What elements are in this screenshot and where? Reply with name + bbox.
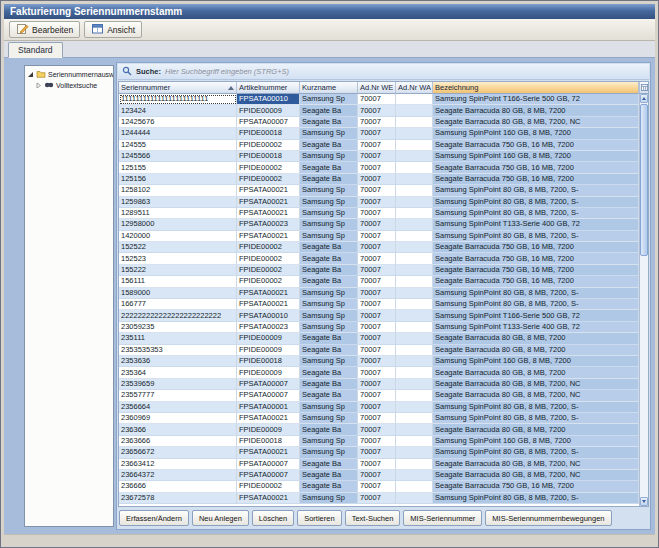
cell-artikelnummer[interactable]: FPIDE00009 (237, 105, 300, 116)
column-header-ad-nr-wa[interactable]: Ad.Nr WA (396, 82, 433, 94)
cell-adnr-we[interactable]: 70007 (358, 151, 396, 162)
cell-artikelnummer[interactable]: FPIDE00009 (237, 424, 300, 435)
cell-adnr-we[interactable]: 70007 (358, 128, 396, 139)
cell-adnr-wa[interactable] (396, 174, 433, 185)
cell-seriennummer[interactable]: 236666 (119, 481, 237, 492)
cell-adnr-wa[interactable] (396, 94, 433, 105)
cell-kurzname[interactable]: Seagate Ba (300, 345, 358, 356)
cell-artikelnummer[interactable]: FPSATA00001 (237, 402, 300, 413)
cell-bezeichnung[interactable]: Samsung SpinPoint 160 GB, 8 MB, 7200 (433, 128, 639, 139)
cell-adnr-wa[interactable] (396, 288, 433, 299)
cell-seriennummer[interactable]: 12425676 (119, 117, 237, 128)
cell-adnr-wa[interactable] (396, 151, 433, 162)
cell-seriennummer[interactable]: 23672578 (119, 493, 237, 504)
cell-kurzname[interactable]: Samsung Sp (300, 128, 358, 139)
cell-kurzname[interactable]: Samsung Sp (300, 288, 358, 299)
table-row[interactable]: 235111FPIDE00009Seagate Ba70007Seagate B… (119, 333, 639, 344)
column-header-artikelnummer[interactable]: Artikelnummer (237, 82, 300, 94)
cell-kurzname[interactable]: Seagate Ba (300, 265, 358, 276)
cell-kurzname[interactable]: Samsung Sp (300, 356, 358, 367)
table-row[interactable]: 23557777FPSATA00007Seagate Ba70007Seagat… (119, 390, 639, 401)
cell-adnr-wa[interactable] (396, 208, 433, 219)
table-row[interactable]: 166777FPSATA00021Samsung Sp70007Samsung … (119, 299, 639, 310)
cell-kurzname[interactable]: Samsung Sp (300, 493, 358, 504)
cell-adnr-we[interactable]: 70007 (358, 447, 396, 458)
cell-seriennummer[interactable]: 236366 (119, 424, 237, 435)
cell-artikelnummer[interactable]: FPIDE00009 (237, 367, 300, 378)
cell-kurzname[interactable]: Samsung Sp (300, 322, 358, 333)
cell-artikelnummer[interactable]: FPIDE00002 (237, 242, 300, 253)
cell-kurzname[interactable]: Seagate Ba (300, 379, 358, 390)
table-row[interactable]: 152523FPIDE00002Seagate Ba70007Seagate B… (119, 253, 639, 264)
table-row[interactable]: 111111111111111111111111FPSATA00010Samsu… (119, 94, 639, 105)
cell-kurzname[interactable]: Seagate Ba (300, 390, 358, 401)
cell-kurzname[interactable]: Samsung Sp (300, 231, 358, 242)
cell-seriennummer[interactable]: 1589000 (119, 288, 237, 299)
cell-bezeichnung[interactable]: Samsung SpinPoint 80 GB, 8 MB, 7200, S- (433, 413, 639, 424)
cell-bezeichnung[interactable]: Samsung SpinPoint 80 GB, 8 MB, 7200, S- (433, 208, 639, 219)
cell-adnr-we[interactable]: 70007 (358, 219, 396, 230)
table-row[interactable]: 1289511FPSATA00021Samsung Sp70007Samsung… (119, 208, 639, 219)
cell-bezeichnung[interactable]: Samsung SpinPoint 80 GB, 8 MB, 7200, S- (433, 493, 639, 504)
table-row[interactable]: 23663412FPSATA00007Seagate Ba70007Seagat… (119, 459, 639, 470)
cell-bezeichnung[interactable]: Samsung SpinPoint 160 GB, 8 MB, 7200 (433, 151, 639, 162)
cell-bezeichnung[interactable]: Seagate Barracuda 750 GB, 16 MB, 7200 (433, 276, 639, 287)
cell-seriennummer[interactable]: 23557777 (119, 390, 237, 401)
cell-artikelnummer[interactable]: FPIDE00002 (237, 174, 300, 185)
cell-artikelnummer[interactable]: FPSATA00021 (237, 413, 300, 424)
cell-seriennummer[interactable]: 155222 (119, 265, 237, 276)
bearbeiten-button[interactable]: Bearbeiten (9, 21, 80, 38)
cell-bezeichnung[interactable]: Samsung SpinPoint 80 GB, 8 MB, 7200, S- (433, 197, 639, 208)
table-row[interactable]: 1259863FPSATA00021Samsung Sp70007Samsung… (119, 197, 639, 208)
column-header-ad-nr-we[interactable]: Ad.Nr WE (358, 82, 396, 94)
cell-bezeichnung[interactable]: Seagate Barracuda 80 GB, 8 MB, 7200 (433, 367, 639, 378)
loeschen-button[interactable]: Löschen (252, 510, 294, 526)
cell-kurzname[interactable]: Samsung Sp (300, 219, 358, 230)
cell-artikelnummer[interactable]: FPIDE00009 (237, 333, 300, 344)
cell-adnr-wa[interactable] (396, 436, 433, 447)
cell-artikelnummer[interactable]: FPIDE00002 (237, 253, 300, 264)
cell-kurzname[interactable]: Samsung Sp (300, 208, 358, 219)
expander-expanded-icon[interactable] (27, 71, 34, 79)
cell-adnr-we[interactable]: 70007 (358, 185, 396, 196)
cell-seriennummer[interactable]: 124555 (119, 140, 237, 151)
cell-artikelnummer[interactable]: FPSATA00023 (237, 322, 300, 333)
cell-kurzname[interactable]: Seagate Ba (300, 470, 358, 481)
cell-adnr-we[interactable]: 70007 (358, 322, 396, 333)
cell-artikelnummer[interactable]: FPSATA00010 (237, 310, 300, 321)
cell-adnr-wa[interactable] (396, 413, 433, 424)
cell-adnr-we[interactable]: 70007 (358, 105, 396, 116)
cell-artikelnummer[interactable]: FPIDE00018 (237, 151, 300, 162)
vertical-scrollbar[interactable] (639, 94, 648, 506)
cell-bezeichnung[interactable]: Samsung SpinPoint 160 GB, 8 MB, 7200 (433, 436, 639, 447)
cell-bezeichnung[interactable]: Samsung SpinPoint 80 GB, 8 MB, 7200, S- (433, 447, 639, 458)
table-row[interactable]: 236666FPIDE00002Seagate Ba70007Seagate B… (119, 481, 639, 492)
cell-bezeichnung[interactable]: Seagate Barracuda 80 GB, 8 MB, 7200, NC (433, 390, 639, 401)
cell-bezeichnung[interactable]: Seagate Barracuda 80 GB, 8 MB, 7200 (433, 424, 639, 435)
cell-bezeichnung[interactable]: Seagate Barracuda 750 GB, 16 MB, 7200 (433, 162, 639, 173)
cell-bezeichnung[interactable]: Seagate Barracuda 80 GB, 8 MB, 7200, NC (433, 117, 639, 128)
cell-adnr-we[interactable]: 70007 (358, 140, 396, 151)
cell-adnr-we[interactable]: 70007 (358, 253, 396, 264)
cell-artikelnummer[interactable]: FPSATA00021 (237, 447, 300, 458)
neu-anlegen-button[interactable]: Neu Anlegen (192, 510, 249, 526)
cell-kurzname[interactable]: Seagate Ba (300, 459, 358, 470)
cell-bezeichnung[interactable]: Seagate Barracuda 80 GB, 8 MB, 7200, NC (433, 470, 639, 481)
table-row[interactable]: 23672578FPSATA00021Samsung Sp70007Samsun… (119, 493, 639, 504)
table-row[interactable]: 12958000FPSATA00023Samsung Sp70007Samsun… (119, 219, 639, 230)
cell-bezeichnung[interactable]: Seagate Barracuda 80 GB, 8 MB, 7200, NC (433, 379, 639, 390)
table-row[interactable]: 123424FPIDE00009Seagate Ba70007Seagate B… (119, 105, 639, 116)
cell-kurzname[interactable]: Samsung Sp (300, 185, 358, 196)
cell-kurzname[interactable]: Samsung Sp (300, 436, 358, 447)
cell-seriennummer[interactable]: 152523 (119, 253, 237, 264)
scroll-up-icon[interactable] (640, 94, 648, 103)
cell-adnr-we[interactable]: 70007 (358, 379, 396, 390)
table-row[interactable]: 12425676FPSATA00007Seagate Ba70007Seagat… (119, 117, 639, 128)
cell-kurzname[interactable]: Seagate Ba (300, 105, 358, 116)
cell-adnr-wa[interactable] (396, 185, 433, 196)
cell-kurzname[interactable]: Samsung Sp (300, 94, 358, 105)
cell-artikelnummer[interactable]: FPIDE00009 (237, 345, 300, 356)
cell-adnr-wa[interactable] (396, 105, 433, 116)
cell-adnr-wa[interactable] (396, 402, 433, 413)
cell-adnr-we[interactable]: 70007 (358, 162, 396, 173)
